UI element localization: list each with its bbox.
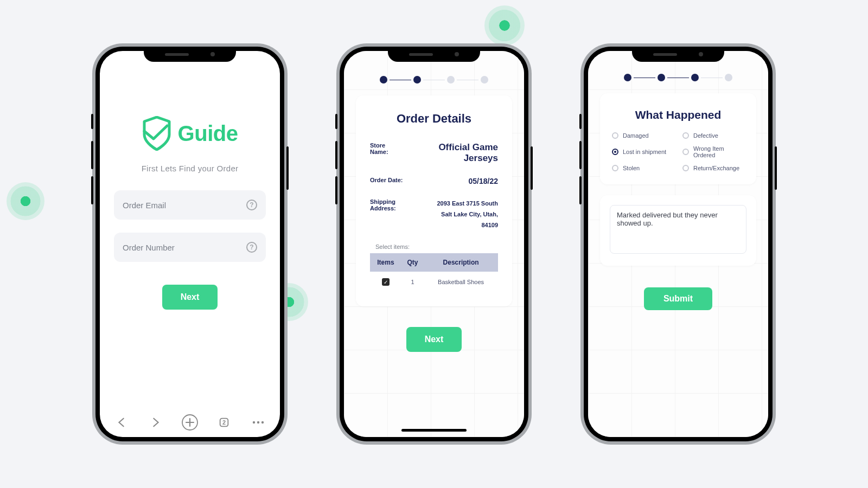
step-line <box>701 78 723 78</box>
progress-stepper <box>344 76 524 84</box>
screen-2: Order Details Store Name: Official Game … <box>344 51 524 437</box>
radio-icon <box>682 149 689 155</box>
phone-side-button <box>91 176 93 204</box>
order-number-input[interactable] <box>123 243 246 252</box>
address-value: 2093 East 3715 South Salt Lake City, Uta… <box>426 198 498 230</box>
reason-options: Damaged Defective Lost in shipment <box>612 132 744 171</box>
svg-point-3 <box>257 421 259 423</box>
phone-side-button <box>335 141 337 169</box>
phone-side-button <box>579 114 582 129</box>
th-qty: Qty <box>401 253 424 272</box>
checkbox-icon[interactable]: ✓ <box>382 278 390 286</box>
add-tab-icon[interactable] <box>182 414 198 431</box>
step-dot <box>447 76 455 84</box>
step-line <box>390 80 411 80</box>
address-line2: Salt Lake City, Utah, 84109 <box>441 211 498 228</box>
step-dot <box>725 74 732 81</box>
phone-side-button <box>531 146 533 190</box>
home-indicator[interactable] <box>401 429 467 432</box>
phone-3: What Happened Damaged Defective <box>580 43 776 445</box>
phone-bezel: Order Details Store Name: Official Game … <box>340 47 528 441</box>
option-label: Defective <box>693 132 718 139</box>
phone-side-button <box>579 141 582 169</box>
speaker-icon <box>409 53 433 56</box>
option-wrong-item[interactable]: Wrong Item Ordered <box>682 145 744 158</box>
next-button[interactable]: Next <box>162 285 218 310</box>
phone-1: Guide First Lets Find your Order ? ? Nex… <box>92 43 288 445</box>
help-icon[interactable]: ? <box>246 200 257 210</box>
phone-notch <box>388 47 480 62</box>
next-button[interactable]: Next <box>406 327 462 352</box>
order-details-card: Order Details Store Name: Official Game … <box>356 95 512 306</box>
note-textarea[interactable] <box>610 205 746 254</box>
date-value: 05/18/22 <box>469 177 499 185</box>
option-label: Damaged <box>623 132 649 139</box>
phone-side-button <box>579 176 582 204</box>
screen-3: What Happened Damaged Defective <box>588 51 768 437</box>
step-dot <box>380 76 387 84</box>
camera-icon <box>210 52 215 56</box>
date-row: Order Date: 05/18/22 <box>370 177 498 185</box>
help-icon[interactable]: ? <box>246 242 257 253</box>
more-icon[interactable] <box>250 414 266 431</box>
radio-icon <box>682 165 689 171</box>
radio-icon <box>682 132 689 139</box>
option-lost-in-shipment[interactable]: Lost in shipment <box>612 145 674 158</box>
speaker-icon <box>165 53 189 56</box>
option-label: Stolen <box>623 165 640 171</box>
note-card <box>600 195 756 266</box>
option-label: Wrong Item Ordered <box>693 145 744 158</box>
step-dot <box>413 76 421 84</box>
option-return-exchange[interactable]: Return/Exchange <box>682 165 744 171</box>
option-stolen[interactable]: Stolen <box>612 165 674 171</box>
step-line <box>634 78 655 78</box>
phone-notch <box>632 47 724 62</box>
submit-button[interactable]: Submit <box>644 287 712 310</box>
progress-stepper <box>588 74 768 81</box>
camera-icon <box>699 52 703 56</box>
store-value: Official Game Jerseys <box>408 142 498 164</box>
option-label: Lost in shipment <box>623 149 666 155</box>
step-dot <box>481 76 488 84</box>
card-title: Order Details <box>370 112 498 126</box>
screen-1: Guide First Lets Find your Order ? ? Nex… <box>100 51 280 437</box>
logo: Guide <box>142 116 238 151</box>
step-dot <box>691 74 699 81</box>
row-qty: 1 <box>401 272 424 292</box>
phone-side-button <box>775 146 777 190</box>
order-number-field[interactable]: ? <box>114 233 266 262</box>
svg-point-4 <box>261 421 264 423</box>
shield-icon <box>142 116 171 151</box>
logo-text: Guide <box>178 121 238 146</box>
step-dot <box>658 74 665 81</box>
radio-icon <box>612 132 618 139</box>
radio-icon <box>612 149 618 155</box>
camera-icon <box>455 52 459 56</box>
phone-side-button <box>91 141 93 169</box>
forward-icon[interactable] <box>148 414 164 431</box>
phone-side-button <box>91 114 93 129</box>
address-row: Shipping Address: 2093 East 3715 South S… <box>370 198 498 230</box>
th-items: Items <box>370 253 401 272</box>
accent-dot-icon <box>484 5 525 46</box>
back-icon[interactable] <box>113 414 130 431</box>
date-label: Order Date: <box>370 177 403 183</box>
card-title: What Happened <box>612 108 744 121</box>
step-line <box>457 80 478 80</box>
stage: Guide First Lets Find your Order ? ? Nex… <box>0 0 868 488</box>
address-line1: 2093 East 3715 South <box>437 200 498 207</box>
phone-notch <box>144 47 236 62</box>
accent-dot-icon <box>7 182 44 220</box>
th-desc: Description <box>424 253 498 272</box>
order-email-input[interactable] <box>123 201 246 210</box>
option-defective[interactable]: Defective <box>682 132 744 139</box>
option-damaged[interactable]: Damaged <box>612 132 674 139</box>
address-label: Shipping Address: <box>370 198 420 211</box>
phone-bezel: What Happened Damaged Defective <box>584 47 773 441</box>
order-email-field[interactable]: ? <box>114 190 266 220</box>
tabs-count: 2 <box>222 419 226 426</box>
tabs-icon[interactable]: 2 <box>216 414 232 431</box>
items-table: Items Qty Description ✓ 1 Basketball Sho… <box>370 253 498 292</box>
speaker-icon <box>653 53 677 56</box>
step-line <box>667 78 689 78</box>
